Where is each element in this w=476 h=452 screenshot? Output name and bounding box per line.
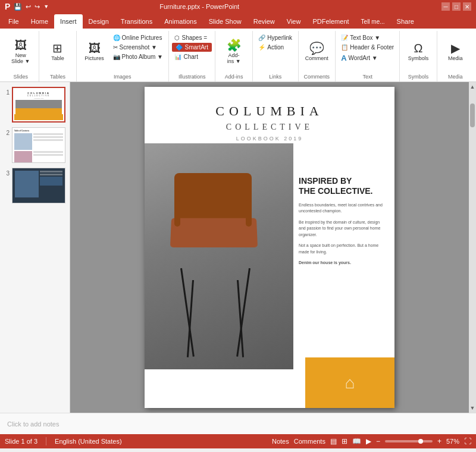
header-footer-icon: 📋 bbox=[341, 44, 348, 51]
tables-group-label: Tables bbox=[50, 73, 65, 81]
ribbon-group-symbols: Ω Symbols Symbols bbox=[400, 31, 437, 81]
title-bar-left: P 💾 ↩ ↪ ▼ Furniture.pptx - PowerPoint bbox=[5, 2, 239, 11]
scrollbar-thumb[interactable] bbox=[470, 103, 475, 127]
media-button[interactable]: ▶ Media bbox=[440, 33, 470, 69]
slide-panel: 1 COLUMBIA COLLECTIVE LOOKBOOK 2019 2 Ta… bbox=[0, 82, 70, 413]
tab-review[interactable]: Review bbox=[248, 14, 281, 29]
redo-icon[interactable]: ↪ bbox=[35, 3, 40, 11]
photo-album-icon: 📷 bbox=[113, 54, 120, 60]
tab-file[interactable]: File bbox=[2, 14, 25, 29]
tab-view[interactable]: View bbox=[281, 14, 307, 29]
textbox-button[interactable]: 📝 Text Box ▼ bbox=[339, 33, 396, 42]
media-icon: ▶ bbox=[451, 41, 460, 55]
quick-access-bar: 💾 ↩ ↪ ▼ bbox=[14, 3, 49, 11]
pictures-button[interactable]: 🖼 Pictures bbox=[80, 33, 109, 69]
zoom-slider[interactable] bbox=[385, 440, 433, 442]
slide-info: Slide 1 of 3 bbox=[5, 438, 37, 445]
right-scrollbar: ▲ ▼ bbox=[469, 82, 476, 413]
comment-button[interactable]: 💬 Comment bbox=[302, 33, 331, 69]
zoom-level[interactable]: 57% bbox=[446, 438, 459, 445]
close-button[interactable]: ✕ bbox=[463, 2, 471, 11]
slides-group-label: Slides bbox=[13, 73, 28, 81]
ribbon-group-links: 🔗 Hyperlink ⚡ Action Links bbox=[253, 31, 299, 81]
hyperlink-button[interactable]: 🔗 Hyperlink bbox=[256, 33, 295, 42]
ribbon-group-images: 🖼 Pictures 🌐 Online Pictures ✂ Screensho… bbox=[77, 31, 169, 81]
symbols-label: Symbols bbox=[408, 55, 429, 61]
tab-insert[interactable]: Insert bbox=[54, 14, 83, 29]
slide-thumb-2[interactable]: 2 Table of Contents bbox=[2, 127, 67, 163]
tab-tellme[interactable]: Tell me... bbox=[355, 14, 391, 29]
symbols-button[interactable]: Ω Symbols bbox=[403, 33, 433, 69]
addins-icon: 🧩 bbox=[227, 38, 242, 52]
comments-button[interactable]: Comments bbox=[294, 438, 325, 445]
comment-label: Comment bbox=[305, 55, 328, 61]
photo-album-label: Photo Album ▼ bbox=[122, 54, 163, 60]
addins-group-content: 🧩 Add-ins ▼ bbox=[219, 31, 249, 73]
slide-para4: Denim our house is yours. bbox=[299, 260, 385, 266]
window-controls: ─ □ ✕ bbox=[441, 2, 471, 11]
slide-footer-icon: ⌂ bbox=[345, 373, 355, 393]
chart-button[interactable]: 📊 Chart bbox=[172, 52, 211, 61]
tab-share[interactable]: Share bbox=[391, 14, 420, 29]
header-footer-label: Header & Footer bbox=[350, 44, 394, 51]
illustrations-buttons: ⬡ Shapes = 🔷 SmartArt 📊 Chart bbox=[172, 33, 211, 61]
minimize-button[interactable]: ─ bbox=[441, 2, 450, 11]
notes-section[interactable]: Click to add notes bbox=[0, 413, 476, 434]
tab-pdfelement[interactable]: PDFelement bbox=[306, 14, 355, 29]
tab-slideshow[interactable]: Slide Show bbox=[203, 14, 248, 29]
photo-album-button[interactable]: 📷 Photo Album ▼ bbox=[111, 52, 165, 61]
zoom-minus-icon[interactable]: − bbox=[376, 437, 380, 445]
action-button[interactable]: ⚡ Action bbox=[256, 43, 295, 52]
tab-design[interactable]: Design bbox=[83, 14, 115, 29]
slide-thumb-1[interactable]: 1 COLUMBIA COLLECTIVE LOOKBOOK 2019 bbox=[2, 87, 67, 123]
slide-para2: Be inspired by the domain of culture, de… bbox=[299, 219, 385, 238]
zoom-plus-icon[interactable]: + bbox=[437, 437, 441, 445]
view-slideshow-icon[interactable]: ▶ bbox=[366, 437, 371, 445]
scroll-up-icon[interactable]: ▲ bbox=[468, 82, 476, 92]
zoom-thumb bbox=[418, 439, 423, 444]
more-icon[interactable]: ▼ bbox=[43, 4, 49, 10]
ribbon-group-addins: 🧩 Add-ins ▼ Add-ins bbox=[215, 31, 252, 81]
slide-num-1: 1 bbox=[2, 89, 10, 96]
notes-button[interactable]: Notes bbox=[272, 438, 289, 445]
view-normal-icon[interactable]: ▤ bbox=[330, 437, 337, 445]
canvas-area[interactable]: COLUMBIA COLLECTIVE LOOKBOOK 2019 bbox=[70, 82, 469, 413]
slides-group-content: 🖼 NewSlide ▼ bbox=[6, 31, 36, 73]
tab-animations[interactable]: Animations bbox=[158, 14, 202, 29]
screenshot-button[interactable]: ✂ Screenshot ▼ bbox=[111, 43, 165, 52]
ribbon-group-slides: 🖼 NewSlide ▼ Slides bbox=[2, 31, 39, 81]
slide-thumb-img-3[interactable] bbox=[12, 168, 65, 203]
slide-title: COLUMBIA bbox=[145, 87, 394, 119]
save-icon[interactable]: 💾 bbox=[14, 3, 22, 11]
maximize-button[interactable]: □ bbox=[452, 2, 461, 11]
wordart-button[interactable]: A WordArt ▼ bbox=[339, 52, 396, 64]
new-slide-button[interactable]: 🖼 NewSlide ▼ bbox=[6, 33, 36, 69]
slide-para1: Endless boundaries, meet local contrives… bbox=[299, 202, 385, 215]
ribbon-group-media: ▶ Media Media bbox=[437, 31, 474, 81]
slide-thumb-img-2[interactable]: Table of Contents bbox=[12, 127, 65, 163]
addins-button[interactable]: 🧩 Add-ins ▼ bbox=[219, 33, 249, 69]
fit-window-icon[interactable]: ⛶ bbox=[464, 437, 471, 445]
slide-thumb-3[interactable]: 3 bbox=[2, 168, 67, 203]
tab-transitions[interactable]: Transitions bbox=[115, 14, 158, 29]
comments-group-label: Comments bbox=[303, 73, 330, 81]
wordart-icon: A bbox=[341, 54, 346, 62]
shapes-button[interactable]: ⬡ Shapes = bbox=[172, 33, 211, 42]
illustrations-group-label: Illustrations bbox=[178, 73, 206, 81]
text-buttons: 📝 Text Box ▼ 📋 Header & Footer A WordArt… bbox=[339, 33, 396, 64]
view-reading-icon[interactable]: 📖 bbox=[352, 437, 361, 445]
tab-home[interactable]: Home bbox=[25, 14, 54, 29]
scroll-down-icon[interactable]: ▼ bbox=[468, 403, 476, 413]
view-grid-icon[interactable]: ⊞ bbox=[342, 437, 347, 445]
online-pictures-button[interactable]: 🌐 Online Pictures bbox=[111, 33, 165, 42]
slide-thumb-img-1[interactable]: COLUMBIA COLLECTIVE LOOKBOOK 2019 bbox=[12, 87, 65, 123]
header-footer-button[interactable]: 📋 Header & Footer bbox=[339, 43, 396, 52]
smartart-label: SmartArt bbox=[184, 44, 208, 51]
slide-subtitle: COLLECTIVE bbox=[145, 123, 394, 132]
table-button[interactable]: ⊞ Table bbox=[43, 33, 73, 69]
undo-icon[interactable]: ↩ bbox=[26, 3, 31, 11]
app-title: Furniture.pptx - PowerPoint bbox=[159, 3, 239, 10]
textbox-label: Text Box ▼ bbox=[350, 34, 380, 41]
title-bar: P 💾 ↩ ↪ ▼ Furniture.pptx - PowerPoint ─ … bbox=[0, 0, 476, 13]
smartart-button[interactable]: 🔷 SmartArt bbox=[172, 43, 211, 52]
